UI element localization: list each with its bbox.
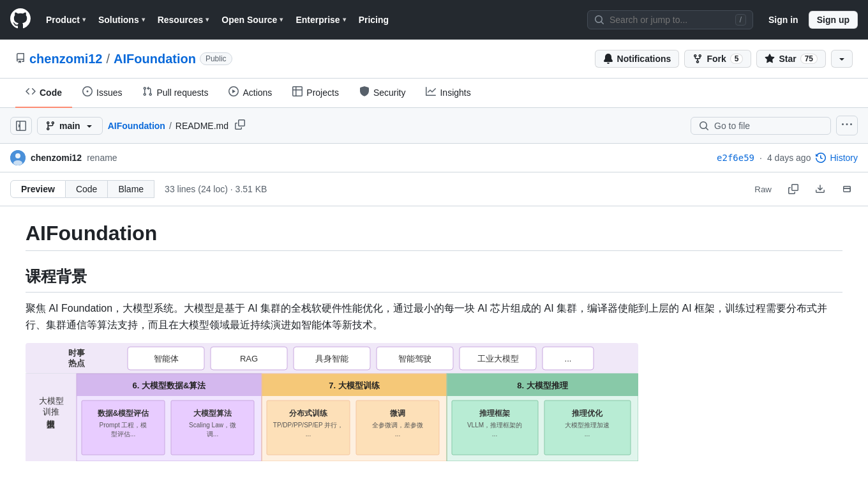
search-icon xyxy=(699,121,709,131)
commit-time: 4 days ago xyxy=(767,153,811,163)
copy-file-button[interactable] xyxy=(782,180,804,198)
tab-code[interactable]: Code xyxy=(15,79,72,108)
more-options-button[interactable] xyxy=(836,116,858,135)
history-label: History xyxy=(830,153,858,163)
signin-button[interactable]: Sign in xyxy=(763,11,804,28)
fork-button[interactable]: Fork 5 xyxy=(684,50,751,68)
svg-text:推理优化: 推理优化 xyxy=(571,409,603,418)
avatar-image xyxy=(10,150,26,165)
svg-text:大模型: 大模型 xyxy=(39,396,64,406)
nav-enterprise[interactable]: Enterprise ▾ xyxy=(290,11,350,29)
commit-author[interactable]: chenzomi12 xyxy=(31,153,82,163)
svg-text:推理框架: 推理框架 xyxy=(479,409,510,418)
svg-text:7. 大模型训练: 7. 大模型训练 xyxy=(329,381,380,390)
list-view-button[interactable] xyxy=(836,180,858,198)
nav-resources[interactable]: Resources ▾ xyxy=(153,11,214,29)
view-tab-group: Preview Code Blame 33 lines (24 loc) · 3… xyxy=(10,180,267,198)
branch-name: main xyxy=(59,121,80,131)
file-bar-left: main AIFoundation / README.md xyxy=(10,117,248,135)
tab-security[interactable]: Security xyxy=(349,79,416,108)
tab-actions-label: Actions xyxy=(243,88,272,98)
tab-pull-requests[interactable]: Pull requests xyxy=(132,79,218,108)
star-icon xyxy=(765,54,775,64)
svg-rect-19 xyxy=(26,374,77,461)
tab-code-label: Code xyxy=(40,88,62,98)
star-label: Star xyxy=(779,54,796,64)
repo-visibility-badge: Public xyxy=(200,52,232,65)
chevron-down-icon: ▾ xyxy=(82,16,86,23)
svg-text:训推: 训推 xyxy=(43,407,59,416)
breadcrumb: AIFoundation / README.md xyxy=(108,117,248,134)
fork-count: 5 xyxy=(730,54,744,64)
sidebar-icon xyxy=(16,121,26,131)
chart-svg: 时事 热点 智能体 RAG 具身智能 智能驾驶 工业大模型 ... 大模型训推 … xyxy=(26,343,638,461)
svg-text:数据&模型评估: 数据&模型评估 xyxy=(97,409,150,418)
branch-icon xyxy=(45,121,56,131)
tab-insights[interactable]: Insights xyxy=(415,79,481,108)
commit-message: rename xyxy=(87,153,117,163)
tab-issues-label: Issues xyxy=(96,88,122,98)
svg-text:时事: 时事 xyxy=(68,348,86,358)
svg-text:Prompt 工程，模: Prompt 工程，模 xyxy=(99,422,147,429)
code-icon xyxy=(26,86,36,99)
breadcrumb-file: README.md xyxy=(176,121,228,131)
commit-bar: chenzomi12 rename e2f6e59 · 4 days ago H… xyxy=(0,144,868,172)
download-icon xyxy=(815,184,825,194)
notifications-button[interactable]: Notifications xyxy=(595,50,680,68)
file-bar: main AIFoundation / README.md Go to file xyxy=(0,108,868,144)
nav-open-source[interactable]: Open Source ▾ xyxy=(216,11,288,29)
nav-pricing[interactable]: Pricing xyxy=(354,11,394,29)
readme-chart: 时事 热点 智能体 RAG 具身智能 智能驾驶 工业大模型 ... 大模型训推 … xyxy=(26,343,842,461)
svg-text:6. 大模型数据&算法: 6. 大模型数据&算法 xyxy=(133,381,207,390)
commit-right: e2f6e59 · 4 days ago History xyxy=(717,153,858,163)
sidebar-toggle-button[interactable] xyxy=(10,117,32,135)
signup-button[interactable]: Sign up xyxy=(809,11,858,29)
kebab-icon xyxy=(842,119,852,130)
svg-text:型评估...: 型评估... xyxy=(111,431,135,438)
search-input[interactable] xyxy=(610,15,730,25)
tab-projects-label: Projects xyxy=(306,88,339,98)
tab-issues[interactable]: Issues xyxy=(72,79,132,108)
nav-solutions[interactable]: Solutions ▾ xyxy=(93,11,150,29)
search-icon xyxy=(594,15,604,25)
go-to-file-button[interactable]: Go to file xyxy=(691,117,831,135)
go-to-file-label: Go to file xyxy=(714,121,750,131)
repo-name-link[interactable]: AIFoundation xyxy=(114,52,196,66)
tab-projects[interactable]: Projects xyxy=(282,79,349,108)
copy-path-button[interactable] xyxy=(232,117,248,134)
svg-text:工业大模型: 工业大模型 xyxy=(477,354,519,363)
repo-actions: Notifications Fork 5 Star 75 xyxy=(595,50,853,68)
readme-intro: 聚焦 AI Foundation，大模型系统。大模型是基于 AI 集群的全栈软硬… xyxy=(26,300,842,333)
nav-product[interactable]: Product ▾ xyxy=(41,11,91,29)
code-tab[interactable]: Code xyxy=(66,180,108,198)
blame-tab[interactable]: Blame xyxy=(108,180,154,198)
table-icon xyxy=(292,86,303,99)
svg-text:...: ... xyxy=(395,431,400,438)
tab-actions[interactable]: Actions xyxy=(218,79,282,108)
repo-tabs: Code Issues Pull requests Actions xyxy=(0,79,868,108)
raw-button[interactable]: Raw xyxy=(749,181,777,198)
download-button[interactable] xyxy=(809,180,831,198)
search-bar[interactable]: / xyxy=(587,10,753,29)
tab-insights-label: Insights xyxy=(440,88,470,98)
tab-pull-requests-label: Pull requests xyxy=(156,88,208,98)
branch-selector[interactable]: main xyxy=(37,117,103,135)
svg-text:热点: 热点 xyxy=(68,358,85,368)
history-icon xyxy=(816,153,826,163)
readme-section-title: 课程背景 xyxy=(26,266,842,293)
more-repo-options-button[interactable] xyxy=(831,50,853,68)
copy-icon xyxy=(235,119,245,130)
history-button[interactable]: History xyxy=(816,153,858,163)
star-button[interactable]: Star 75 xyxy=(756,50,826,68)
svg-text:RAG: RAG xyxy=(240,354,258,363)
commit-sha[interactable]: e2f6e59 xyxy=(717,153,754,163)
repo-owner-link[interactable]: chenzomi12 xyxy=(29,52,102,66)
commit-left: chenzomi12 rename xyxy=(10,150,117,165)
breadcrumb-root[interactable]: AIFoundation xyxy=(108,121,165,131)
chevron-down-icon: ▾ xyxy=(280,16,283,23)
tab-security-label: Security xyxy=(373,88,406,98)
notifications-label: Notifications xyxy=(617,54,671,64)
preview-tab[interactable]: Preview xyxy=(10,180,66,198)
commit-time-separator: · xyxy=(760,153,762,163)
github-logo[interactable] xyxy=(10,8,31,31)
